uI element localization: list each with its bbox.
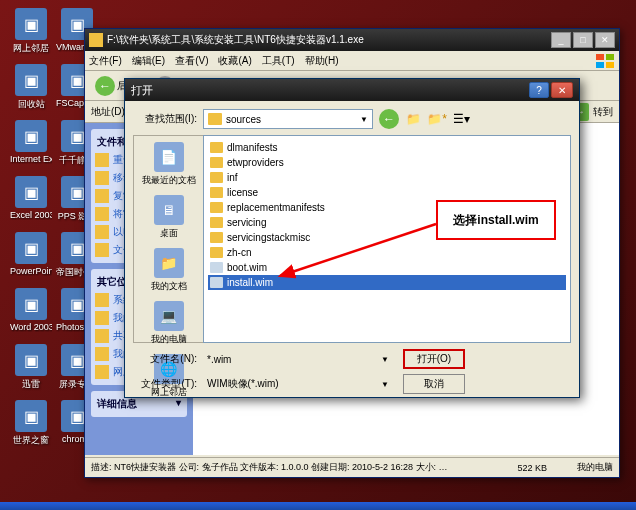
desktop-icon[interactable]: ▣Word 2003 [10,288,52,332]
file-name: servicingstackmisc [227,232,310,243]
places-item[interactable]: 📄我最近的文档 [142,142,196,187]
windows-flag-icon [595,53,615,69]
goto-label[interactable]: 转到 [593,105,613,119]
file-item[interactable]: install.wim [208,275,566,290]
filetype-value: WIM映像(*.wim) [207,377,279,391]
folder-icon [210,202,223,213]
desktop-icon-label: 回收站 [10,98,52,111]
close-button[interactable]: ✕ [595,32,615,48]
menu-item[interactable]: 收藏(A) [218,54,251,68]
chevron-down-icon[interactable]: ▼ [381,355,389,364]
explorer-title: F:\软件夹\系统工具\系统安装工具\NT6快捷安装器v1.1.exe [107,33,364,47]
svg-rect-3 [606,62,614,68]
file-item[interactable]: etwproviders [208,155,566,170]
open-button[interactable]: 打开(O) [403,349,465,369]
item-icon [95,347,109,361]
menu-item[interactable]: 编辑(E) [132,54,165,68]
file-name: license [227,187,258,198]
place-icon: 🖥 [154,195,184,225]
item-icon [95,225,109,239]
status-size: 522 KB [517,463,547,473]
item-icon [95,171,109,185]
file-item[interactable]: inf [208,170,566,185]
file-name: dlmanifests [227,142,278,153]
place-icon: 📁 [154,248,184,278]
desktop-icon[interactable]: ▣Excel 2003 [10,176,52,220]
app-icon: ▣ [15,176,47,208]
file-item[interactable]: license [208,185,566,200]
folder-icon [210,187,223,198]
place-label: 我最近的文档 [142,174,196,187]
item-icon [95,365,109,379]
app-icon: ▣ [15,232,47,264]
desktop-icon-label: 世界之窗 [10,434,52,447]
desktop-icon[interactable]: ▣迅雷 [10,344,52,391]
file-name: install.wim [227,277,273,288]
item-icon [95,329,109,343]
help-button[interactable]: ? [529,82,549,98]
places-item[interactable]: 💻我的电脑 [151,301,187,346]
desktop-icon-label: Excel 2003 [10,210,52,220]
places-item[interactable]: 📁我的文档 [151,248,187,293]
explorer-titlebar[interactable]: F:\软件夹\系统工具\系统安装工具\NT6快捷安装器v1.1.exe _ □ … [85,29,619,51]
svg-rect-0 [596,54,604,60]
lookin-combo[interactable]: sources ▼ [203,109,373,129]
app-icon: ▣ [15,344,47,376]
desktop-icon-label: 网上邻居 [10,42,52,55]
status-text: 描述: NT6快捷安装器 公司: 兔子作品 文件版本: 1.0.0.0 创建日期… [91,461,451,474]
desktop-icon[interactable]: ▣世界之窗 [10,400,52,447]
menu-item[interactable]: 工具(T) [262,54,295,68]
folder-icon [89,33,103,47]
menu-item[interactable]: 文件(F) [89,54,122,68]
place-label: 桌面 [154,227,184,240]
item-icon [95,243,109,257]
desktop-icon[interactable]: ▣PowerPoint 2003 [10,232,52,276]
cancel-button[interactable]: 取消 [403,374,465,394]
place-icon: 💻 [154,301,184,331]
nav-up-button[interactable]: 📁 [403,109,423,129]
app-icon: ▣ [15,288,47,320]
desktop-icon-label: Internet Explorer [10,154,52,164]
menu-item[interactable]: 查看(V) [175,54,208,68]
file-name: servicing [227,217,266,228]
desktop-icon[interactable]: ▣Internet Explorer [10,120,52,164]
view-menu-button[interactable]: ☰▾ [451,109,471,129]
file-item[interactable]: dlmanifests [208,140,566,155]
item-icon [95,293,109,307]
maximize-button[interactable]: □ [573,32,593,48]
explorer-menubar: 文件(F)编辑(E)查看(V)收藏(A)工具(T)帮助(H) [85,51,619,71]
folder-icon [210,247,223,258]
taskbar[interactable] [0,502,636,510]
file-icon [210,277,223,288]
new-folder-button[interactable]: 📁* [427,109,447,129]
dialog-titlebar[interactable]: 打开 ? ✕ [125,79,579,101]
place-label: 我的电脑 [151,333,187,346]
nav-back-button[interactable]: ← [379,109,399,129]
file-item[interactable]: zh-cn [208,245,566,260]
minimize-button[interactable]: _ [551,32,571,48]
item-icon [95,311,109,325]
annotation-callout: 选择install.wim [436,200,556,240]
dialog-close-button[interactable]: ✕ [551,82,573,98]
chevron-down-icon[interactable]: ▼ [360,115,368,124]
desktop-icon[interactable]: ▣回收站 [10,64,52,111]
filetype-combo[interactable]: WIM映像(*.wim) ▼ [203,375,393,393]
places-item[interactable]: 🖥桌面 [154,195,184,240]
file-name: inf [227,172,238,183]
status-location: 我的电脑 [577,461,613,474]
chevron-down-icon[interactable]: ▼ [381,380,389,389]
desktop-icon[interactable]: ▣网上邻居 [10,8,52,55]
app-icon: ▣ [15,400,47,432]
app-icon: ▣ [15,64,47,96]
folder-icon [210,142,223,153]
item-icon [95,207,109,221]
file-name: zh-cn [227,247,251,258]
menu-item[interactable]: 帮助(H) [305,54,339,68]
filename-combo[interactable]: *.wim ▼ [203,352,393,367]
folder-icon [210,157,223,168]
folder-icon [210,172,223,183]
filename-value: *.wim [207,354,231,365]
item-icon [95,153,109,167]
file-name: boot.wim [227,262,267,273]
file-item[interactable]: boot.wim [208,260,566,275]
